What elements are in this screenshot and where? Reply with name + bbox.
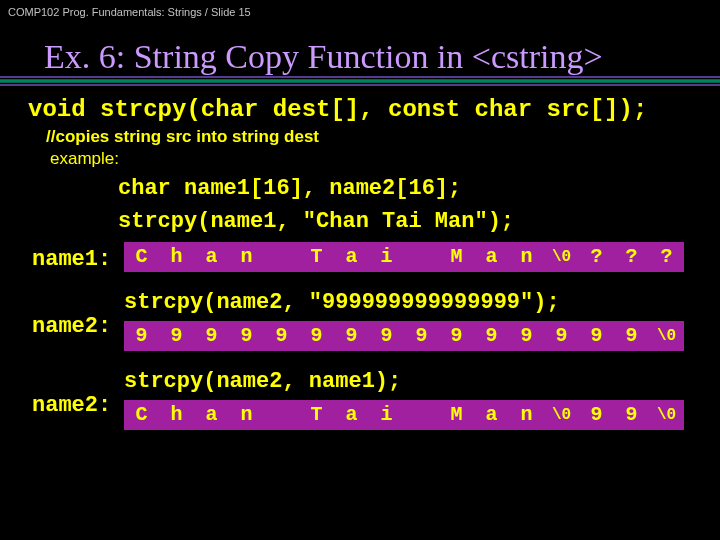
array-cell xyxy=(404,400,439,430)
array-cell: a xyxy=(194,242,229,272)
strcpy-call-2: strcpy(name2, "999999999999999"); xyxy=(124,290,692,315)
array-cell: n xyxy=(509,242,544,272)
array-cell: 9 xyxy=(509,321,544,351)
array-cell: \0 xyxy=(649,321,684,351)
array-cell: ? xyxy=(614,242,649,272)
array-cell: 9 xyxy=(264,321,299,351)
array-cell: ? xyxy=(579,242,614,272)
array-cell: i xyxy=(369,400,404,430)
label-name2-b: name2: xyxy=(28,369,124,418)
slide-title: Ex. 6: String Copy Function in <cstring> xyxy=(0,24,720,92)
array-cell: 9 xyxy=(474,321,509,351)
slide-content: void strcpy(char dest[], const char src[… xyxy=(0,92,720,430)
array-cell: h xyxy=(159,242,194,272)
array-cell: T xyxy=(299,242,334,272)
array-cell: 9 xyxy=(614,400,649,430)
array-cell: 9 xyxy=(124,321,159,351)
array-cell: a xyxy=(334,400,369,430)
strcpy-call-1: strcpy(name1, "Chan Tai Man"); xyxy=(28,208,692,236)
title-text: Ex. 6: String Copy Function in <cstring> xyxy=(44,38,603,75)
array-cell: \0 xyxy=(649,400,684,430)
array-cell: 9 xyxy=(194,321,229,351)
declaration-line: char name1[16], name2[16]; xyxy=(28,175,692,203)
array-name2-a: 999999999999999\0 xyxy=(124,321,692,351)
array-cell: i xyxy=(369,242,404,272)
slide-header: COMP102 Prog. Fundamentals: Strings / Sl… xyxy=(0,0,720,24)
array-cell: a xyxy=(194,400,229,430)
array-cell: 9 xyxy=(579,400,614,430)
array-cell: \0 xyxy=(544,400,579,430)
array-cell: n xyxy=(509,400,544,430)
array-cell: 9 xyxy=(614,321,649,351)
array-cell: C xyxy=(124,400,159,430)
row-name1: name1: ChanTaiMan\0??? xyxy=(28,242,692,272)
array-cell xyxy=(264,400,299,430)
row-name2-b: name2: strcpy(name2, name1); ChanTaiMan\… xyxy=(28,369,692,430)
array-cell: \0 xyxy=(544,242,579,272)
array-cell: 9 xyxy=(404,321,439,351)
array-cell: 9 xyxy=(159,321,194,351)
row-name2-a: name2: strcpy(name2, "999999999999999");… xyxy=(28,290,692,351)
array-cell: M xyxy=(439,242,474,272)
strcpy-call-3: strcpy(name2, name1); xyxy=(124,369,692,394)
array-cell: 9 xyxy=(229,321,264,351)
array-cell: n xyxy=(229,400,264,430)
array-cell: 9 xyxy=(369,321,404,351)
array-cell: T xyxy=(299,400,334,430)
array-cell: M xyxy=(439,400,474,430)
array-cell: a xyxy=(474,400,509,430)
array-cell: C xyxy=(124,242,159,272)
array-name1: ChanTaiMan\0??? xyxy=(124,242,684,272)
array-name2-b: ChanTaiMan\099\0 xyxy=(124,400,692,430)
array-cell: 9 xyxy=(579,321,614,351)
array-cell: 9 xyxy=(334,321,369,351)
array-cell: h xyxy=(159,400,194,430)
label-name1: name1: xyxy=(28,247,124,272)
array-cell: 9 xyxy=(439,321,474,351)
array-cell: a xyxy=(474,242,509,272)
array-cell: a xyxy=(334,242,369,272)
title-underline xyxy=(0,76,720,86)
function-signature: void strcpy(char dest[], const char src[… xyxy=(28,96,692,125)
array-cell xyxy=(264,242,299,272)
label-name2-a: name2: xyxy=(28,290,124,339)
array-cell: 9 xyxy=(544,321,579,351)
array-cell xyxy=(404,242,439,272)
array-cell: ? xyxy=(649,242,684,272)
code-comment: //copies string src into string dest xyxy=(28,127,692,147)
example-label: example: xyxy=(28,149,692,169)
array-cell: 9 xyxy=(299,321,334,351)
array-cell: n xyxy=(229,242,264,272)
